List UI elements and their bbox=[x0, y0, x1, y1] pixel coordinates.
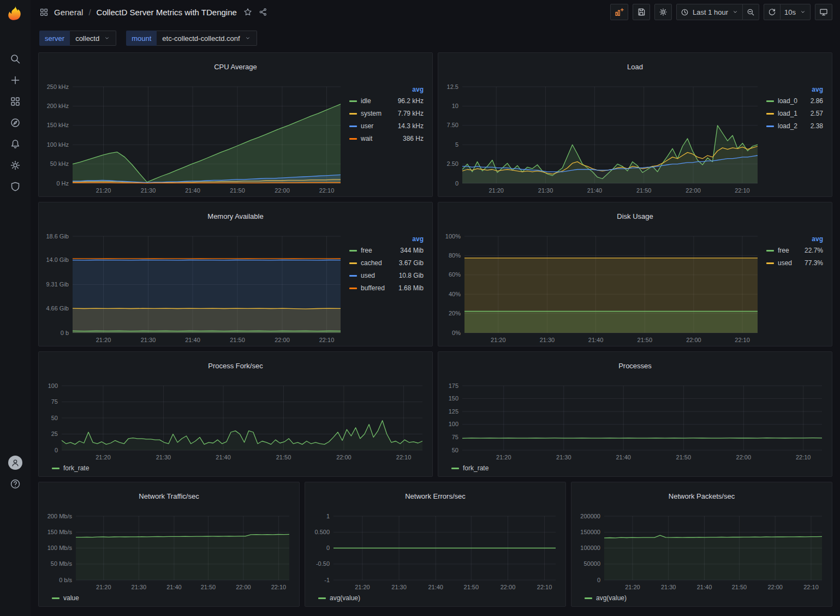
svg-text:20%: 20% bbox=[449, 310, 461, 316]
sidebar-item-dashboards[interactable] bbox=[0, 91, 31, 112]
legend-item[interactable]: value bbox=[52, 594, 79, 602]
panel-title[interactable]: Network Packets/sec bbox=[571, 488, 832, 505]
time-range-button[interactable]: Last 1 hour bbox=[676, 4, 743, 20]
tv-mode-button[interactable] bbox=[815, 4, 832, 20]
time-series-chart[interactable]: 0 b4.66 Gib9.31 Gib14.0 Gib18.6 Gib21:20… bbox=[42, 231, 346, 345]
legend-item[interactable]: avg(value) bbox=[318, 594, 360, 602]
panel-title[interactable]: Processes bbox=[438, 358, 832, 374]
dashboard-title[interactable]: CollectD Server Metrics with TDengine bbox=[97, 8, 237, 17]
time-series-chart[interactable]: 025507510021:2021:3021:4021:5022:0022:10 bbox=[42, 380, 428, 462]
time-series-chart[interactable]: 05000010000015000020000021:2021:3021:402… bbox=[575, 511, 827, 592]
legend-row[interactable]: load_02.86 bbox=[766, 95, 824, 107]
refresh-interval-button[interactable]: 10s bbox=[780, 4, 811, 20]
sidebar-item-configuration[interactable] bbox=[0, 154, 31, 176]
breadcrumb-folder[interactable]: General bbox=[54, 8, 83, 17]
settings-gear-icon bbox=[659, 8, 668, 16]
legend-row[interactable]: free344 Mib bbox=[349, 244, 425, 257]
time-series-chart[interactable]: 0%20%40%60%80%100%21:2021:3021:4021:5022… bbox=[442, 231, 763, 345]
svg-text:125: 125 bbox=[449, 408, 458, 414]
variable-mount[interactable]: mount etc-collectd-collectd.conf bbox=[126, 31, 257, 46]
sidebar-item-create[interactable] bbox=[0, 69, 31, 91]
series-name: user bbox=[361, 122, 373, 130]
panel-title[interactable]: Disk Usage bbox=[438, 208, 832, 225]
dashboards-grid-icon bbox=[10, 96, 21, 107]
grafana-logo[interactable] bbox=[0, 0, 31, 26]
svg-text:21:50: 21:50 bbox=[201, 584, 216, 590]
series-avg-value: 22.7% bbox=[805, 247, 824, 254]
svg-text:60%: 60% bbox=[449, 271, 461, 278]
series-name: free bbox=[778, 247, 789, 254]
legend-row[interactable]: user14.3 kHz bbox=[349, 120, 425, 133]
time-series-chart[interactable]: 0 b/s50 Mb/s100 Mb/s150 Mb/s200 Mb/s21:2… bbox=[42, 511, 295, 592]
time-series-chart[interactable]: 0 Hz50 kHz100 kHz150 kHz200 kHz250 kHz21… bbox=[42, 81, 346, 195]
svg-text:0: 0 bbox=[55, 446, 58, 453]
series-color-dash bbox=[766, 100, 774, 102]
legend-row[interactable]: used77.3% bbox=[766, 257, 824, 270]
main-area: General / CollectD Server Metrics with T… bbox=[31, 0, 840, 616]
legend-item[interactable]: avg(value) bbox=[585, 594, 627, 602]
legend-row[interactable]: cached3.67 Gib bbox=[349, 257, 425, 270]
time-picker-group: Last 1 hour bbox=[676, 4, 759, 20]
legend-row[interactable]: idle96.2 kHz bbox=[349, 95, 425, 107]
chevron-down-icon bbox=[245, 35, 251, 41]
variables-row: server collectd mount etc-collectd-colle… bbox=[31, 24, 840, 51]
dashboard-toolbar: Last 1 hour 10s bbox=[610, 4, 832, 20]
zoom-out-time-button[interactable] bbox=[742, 4, 759, 20]
legend-row[interactable]: buffered1.68 Mib bbox=[349, 282, 425, 295]
legend-item[interactable]: fork_rate bbox=[451, 464, 488, 472]
svg-text:21:20: 21:20 bbox=[496, 454, 511, 460]
panel-title[interactable]: Process Fork/sec bbox=[39, 358, 432, 374]
svg-text:21:30: 21:30 bbox=[556, 454, 571, 460]
svg-text:21:30: 21:30 bbox=[540, 337, 555, 343]
sidebar-item-search[interactable] bbox=[0, 48, 31, 69]
share-icon bbox=[259, 8, 267, 16]
svg-text:21:20: 21:20 bbox=[96, 454, 111, 460]
svg-text:200 kHz: 200 kHz bbox=[47, 102, 69, 109]
variable-mount-value[interactable]: etc-collectd-collectd.conf bbox=[157, 31, 257, 46]
add-panel-icon bbox=[615, 8, 624, 17]
panel-title[interactable]: Memory Available bbox=[39, 208, 432, 225]
save-dashboard-button[interactable] bbox=[633, 4, 650, 20]
svg-text:21:30: 21:30 bbox=[132, 584, 147, 590]
sidebar-item-server-admin[interactable] bbox=[0, 176, 31, 197]
svg-text:40%: 40% bbox=[449, 290, 461, 297]
panel-title[interactable]: Load bbox=[438, 59, 832, 75]
svg-text:0.500: 0.500 bbox=[314, 528, 330, 535]
legend-row[interactable]: wait386 Hz bbox=[349, 133, 425, 145]
panel-title[interactable]: Network Traffic/sec bbox=[39, 488, 299, 505]
legend-row[interactable]: used10.8 Gib bbox=[349, 270, 425, 282]
series-avg-value: 10.8 Gib bbox=[399, 272, 425, 279]
variable-server[interactable]: server collectd bbox=[39, 31, 116, 46]
time-series-chart[interactable]: -1-0.5000.500121:2021:3021:4021:5022:002… bbox=[308, 511, 561, 592]
legend-item[interactable]: fork_rate bbox=[52, 464, 89, 472]
sidebar-item-profile[interactable] bbox=[0, 452, 31, 473]
add-panel-button[interactable] bbox=[610, 4, 628, 20]
time-series-chart[interactable]: 507510012515017521:2021:3021:4021:5022:0… bbox=[442, 380, 827, 462]
series-avg-value: 2.86 bbox=[811, 97, 824, 105]
svg-text:80%: 80% bbox=[449, 252, 461, 258]
time-series-chart[interactable]: 02.5057.501012.521:2021:3021:4021:5022:0… bbox=[442, 81, 763, 195]
variable-server-value[interactable]: collectd bbox=[70, 31, 116, 46]
refresh-button[interactable] bbox=[764, 4, 781, 20]
svg-text:1: 1 bbox=[326, 512, 330, 519]
svg-text:22:00: 22:00 bbox=[236, 584, 251, 590]
svg-text:0: 0 bbox=[597, 576, 600, 583]
panel-network-traffic: Network Traffic/sec 0 b/s50 Mb/s100 Mb/s… bbox=[38, 482, 300, 607]
svg-text:21:40: 21:40 bbox=[185, 187, 200, 194]
share-dashboard-button[interactable] bbox=[259, 8, 267, 16]
panel-title[interactable]: Network Errors/sec bbox=[305, 488, 565, 505]
star-dashboard-button[interactable] bbox=[243, 8, 252, 16]
legend-row[interactable]: load_22.38 bbox=[766, 120, 824, 133]
series-color-dash bbox=[349, 100, 357, 102]
svg-text:21:40: 21:40 bbox=[587, 187, 603, 194]
sidebar-item-help[interactable] bbox=[0, 473, 31, 494]
dashboard-settings-button[interactable] bbox=[654, 4, 672, 20]
sidebar-item-alerting[interactable] bbox=[0, 133, 31, 154]
legend-row[interactable]: free22.7% bbox=[766, 244, 824, 257]
panel-title[interactable]: CPU Average bbox=[39, 59, 432, 75]
legend-row[interactable]: load_12.57 bbox=[766, 107, 824, 120]
variable-server-label: server bbox=[39, 31, 70, 46]
sidebar-item-explore[interactable] bbox=[0, 112, 31, 133]
legend-row[interactable]: system7.79 kHz bbox=[349, 107, 425, 120]
svg-text:21:30: 21:30 bbox=[538, 187, 553, 194]
